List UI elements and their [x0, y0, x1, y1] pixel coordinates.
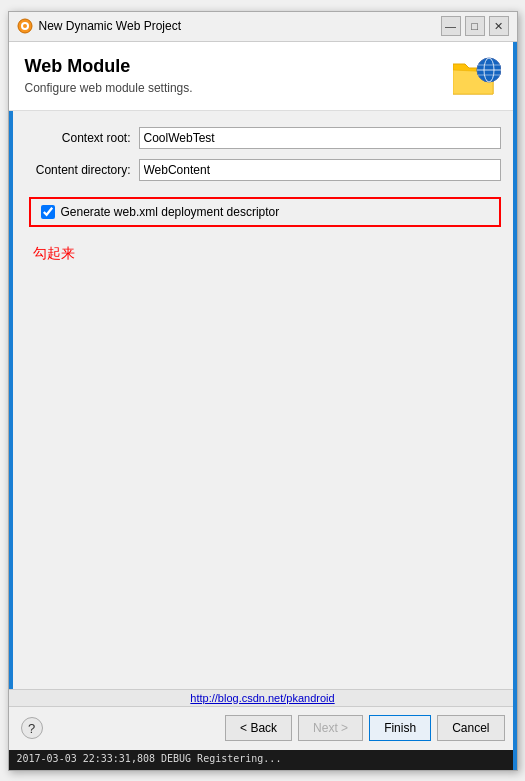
generate-webxml-checkbox[interactable]	[41, 205, 55, 219]
generate-webxml-label[interactable]: Generate web.xml deployment descriptor	[61, 205, 280, 219]
content-directory-label: Content directory:	[29, 163, 139, 177]
context-root-row: Context root:	[29, 127, 501, 149]
generate-webxml-container: Generate web.xml deployment descriptor	[29, 197, 501, 227]
web-module-icon	[453, 56, 501, 96]
context-root-input[interactable]	[139, 127, 501, 149]
content-directory-input[interactable]	[139, 159, 501, 181]
title-bar-left: New Dynamic Web Project	[17, 18, 182, 34]
url-bar: http://blog.csdn.net/pkandroid	[9, 689, 517, 706]
content-directory-row: Content directory:	[29, 159, 501, 181]
title-bar: New Dynamic Web Project — □ ✕	[9, 12, 517, 42]
minimize-button[interactable]: —	[441, 16, 461, 36]
finish-button[interactable]: Finish	[369, 715, 431, 741]
maximize-button[interactable]: □	[465, 16, 485, 36]
dialog-content: Web Module Configure web module settings…	[9, 42, 517, 750]
page-subtitle: Configure web module settings.	[25, 81, 193, 95]
help-area: ?	[21, 717, 43, 739]
title-bar-controls: — □ ✕	[441, 16, 509, 36]
back-button[interactable]: < Back	[225, 715, 292, 741]
button-bar: ? < Back Next > Finish Cancel	[9, 706, 517, 750]
annotation-text: 勾起来	[33, 245, 501, 263]
header-section: Web Module Configure web module settings…	[9, 42, 517, 111]
main-window: New Dynamic Web Project — □ ✕ Web Module…	[8, 11, 518, 771]
page-title: Web Module	[25, 56, 193, 77]
main-body: Context root: Content directory: Generat…	[9, 111, 517, 689]
header-text: Web Module Configure web module settings…	[25, 56, 193, 95]
next-button[interactable]: Next >	[298, 715, 363, 741]
navigation-buttons: < Back Next > Finish Cancel	[225, 715, 504, 741]
window-title: New Dynamic Web Project	[39, 19, 182, 33]
context-root-label: Context root:	[29, 131, 139, 145]
svg-point-2	[23, 24, 27, 28]
close-button[interactable]: ✕	[489, 16, 509, 36]
log-bar: 2017-03-03 22:33:31,808 DEBUG Registerin…	[9, 750, 517, 770]
eclipse-icon	[17, 18, 33, 34]
help-button[interactable]: ?	[21, 717, 43, 739]
cancel-button[interactable]: Cancel	[437, 715, 504, 741]
